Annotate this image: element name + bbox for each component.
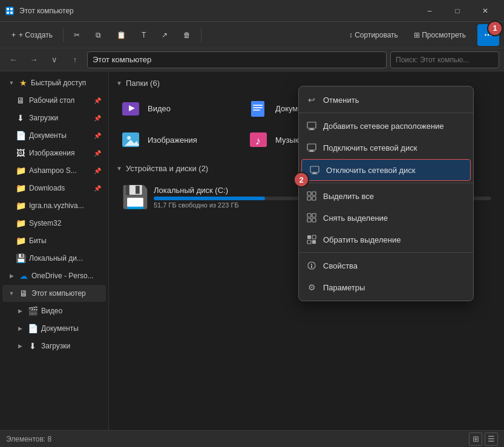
back-button[interactable]: ←	[5, 51, 22, 68]
svg-rect-1	[7, 8, 9, 10]
rename-button[interactable]: T	[135, 25, 152, 45]
address-input[interactable]	[87, 51, 387, 68]
toolbar-divider-1	[63, 28, 64, 42]
svg-rect-32	[312, 192, 316, 195]
sidebar-item-igra[interactable]: 📁 Igra.na.vyzhiva...	[2, 197, 106, 214]
svg-rect-25	[307, 144, 316, 150]
add-network-label: Добавить сетевое расположение	[323, 122, 444, 131]
close-button[interactable]: ✕	[471, 0, 499, 22]
create-button[interactable]: + + Создать	[5, 25, 59, 45]
app-icon	[5, 6, 15, 16]
onedrive-label: OneDrive - Perso...	[31, 272, 101, 280]
menu-separator-2	[299, 183, 473, 183]
maximize-button[interactable]: □	[443, 0, 471, 22]
svg-rect-34	[312, 197, 316, 200]
view-grid-button[interactable]: ⊞	[469, 432, 482, 446]
sidebar-item-tc-docs[interactable]: ▶ 📄 Документы	[2, 320, 106, 337]
sidebar-item-downloads[interactable]: ⬇ Загрузки 📌	[2, 109, 106, 126]
menu-item-select-all[interactable]: Выделить все	[299, 185, 473, 207]
sidebar-item-tc-video[interactable]: ▶ 🎬 Видео	[2, 302, 106, 319]
sort-label: ↕ Сортировать	[349, 31, 398, 39]
menu-item-cancel[interactable]: ↩ Отменить	[299, 89, 473, 111]
forward-button[interactable]: →	[25, 51, 42, 68]
sidebar-item-documents[interactable]: 📄 Документы 📌	[2, 127, 106, 144]
menu-item-invert-sel[interactable]: Обратить выделение	[299, 229, 473, 250]
svg-rect-39	[307, 235, 311, 239]
pin-icon-3: 📌	[94, 132, 101, 139]
svg-rect-27	[309, 151, 315, 152]
sidebar-item-ashampoo[interactable]: 📁 Ashampoo S... 📌	[2, 162, 106, 179]
sidebar-item-downloads2[interactable]: 📁 Downloads 📌	[2, 180, 106, 197]
svg-rect-33	[307, 197, 311, 200]
folder-video-icon	[121, 97, 143, 119]
main-layout: ▼ ★ Быстрый доступ 🖥 Рабочий стол 📌 ⬇ За…	[0, 71, 504, 430]
menu-item-add-network[interactable]: Добавить сетевое расположение	[299, 115, 473, 137]
svg-rect-45	[311, 266, 312, 268]
delete-button[interactable]: 🗑	[177, 25, 197, 45]
search-input[interactable]	[390, 51, 499, 68]
menu-item-properties[interactable]: Свойства	[299, 255, 473, 276]
up-icon: ↑	[73, 55, 77, 64]
sidebar-item-system32[interactable]: 📁 System32	[2, 215, 106, 232]
sidebar-item-this-computer[interactable]: ▼ 🖥 Этот компьютер	[2, 285, 106, 302]
paste-button[interactable]: 📋	[110, 25, 133, 45]
sidebar-item-pictures[interactable]: 🖼 Изображения 📌	[2, 145, 106, 162]
svg-rect-4	[10, 11, 13, 14]
copy-button[interactable]: ⧉	[89, 25, 108, 45]
pin-icon-6: 📌	[94, 185, 101, 192]
expand-tc-video-icon: ▶	[16, 307, 24, 315]
downloads2-icon: 📁	[16, 183, 25, 193]
folder-music-icon: ♪	[249, 129, 270, 151]
sidebar-item-bity[interactable]: 📁 Биты	[2, 232, 106, 249]
c-drive-space: 51,7 ГБ свободно из 223 ГБ	[154, 201, 299, 209]
device-c-drive[interactable]: 💾 Локальный диск (C:) 51,7 ГБ свободно и…	[116, 179, 304, 215]
toolbar: + + Создать ✂ ⧉ 📋 T ↗ 🗑 ↕ Сортировать ⊞ …	[0, 22, 504, 48]
svg-rect-40	[312, 235, 316, 239]
menu-item-options[interactable]: ⚙ Параметры	[299, 276, 473, 298]
cancel-label: Отменить	[323, 96, 359, 105]
minimize-button[interactable]: –	[416, 0, 443, 22]
tc-docs-icon: 📄	[28, 324, 38, 333]
expand-tc-dl-icon: ▶	[16, 342, 24, 350]
context-menu: ↩ Отменить Добавить сетевое расположение…	[298, 86, 474, 301]
folder-item-pictures[interactable]: Изображения	[116, 125, 241, 154]
address-bar: ← → ∨ ↑	[0, 48, 504, 71]
menu-item-disconnect-disk[interactable]: Отключить сетевой диск 2	[301, 159, 471, 181]
select-all-label: Выделить все	[323, 192, 374, 201]
svg-rect-44	[311, 264, 312, 265]
folders-title: Папки (6)	[126, 79, 160, 88]
sidebar-item-desktop[interactable]: 🖥 Рабочий стол 📌	[2, 92, 106, 109]
documents-icon: 📄	[16, 131, 25, 140]
cut-button[interactable]: ✂	[67, 25, 87, 45]
menu-item-deselect[interactable]: Снять выделение	[299, 207, 473, 229]
forward-icon: →	[30, 55, 38, 64]
expand-icon: ▼	[7, 79, 16, 87]
svg-rect-10	[253, 109, 260, 111]
delete-icon: 🗑	[183, 31, 191, 39]
window-controls: – □ ✕	[416, 0, 499, 22]
disconnect-disk-label: Отключить сетевой диск	[326, 166, 416, 175]
folder-item-video[interactable]: Видео	[116, 94, 241, 123]
sort-button[interactable]: ↕ Сортировать	[342, 25, 405, 45]
history-button[interactable]: ∨	[46, 51, 63, 68]
status-bar-right: ⊞ ☰	[469, 432, 498, 446]
view-list-button[interactable]: ☰	[485, 432, 498, 446]
menu-item-connect-disk[interactable]: Подключить сетевой диск	[299, 137, 473, 158]
sidebar-downloads2-label: Downloads	[29, 184, 90, 192]
sidebar-pictures-label: Изображения	[29, 149, 90, 157]
svg-rect-28	[310, 166, 319, 172]
sidebar-quick-access[interactable]: ▼ ★ Быстрый доступ	[2, 74, 106, 91]
cut-icon: ✂	[74, 31, 80, 39]
menu-separator-3	[299, 252, 473, 253]
svg-rect-22	[307, 122, 316, 128]
status-bar: Элементов: 8 ⊞ ☰	[0, 430, 504, 447]
sidebar-item-onedrive[interactable]: ▶ ☁ OneDrive - Perso...	[2, 267, 106, 284]
sidebar-item-tc-downloads[interactable]: ▶ ⬇ Загрузки	[2, 338, 106, 354]
select-all-icon	[306, 191, 317, 201]
svg-rect-41	[307, 240, 311, 244]
folder-video-name: Видео	[148, 104, 171, 113]
view-button[interactable]: ⊞ Просмотреть	[407, 25, 473, 45]
share-button[interactable]: ↗	[155, 25, 174, 45]
sidebar-item-localdisk[interactable]: 💾 Локальный ди...	[2, 250, 106, 267]
up-button[interactable]: ↑	[67, 51, 83, 68]
